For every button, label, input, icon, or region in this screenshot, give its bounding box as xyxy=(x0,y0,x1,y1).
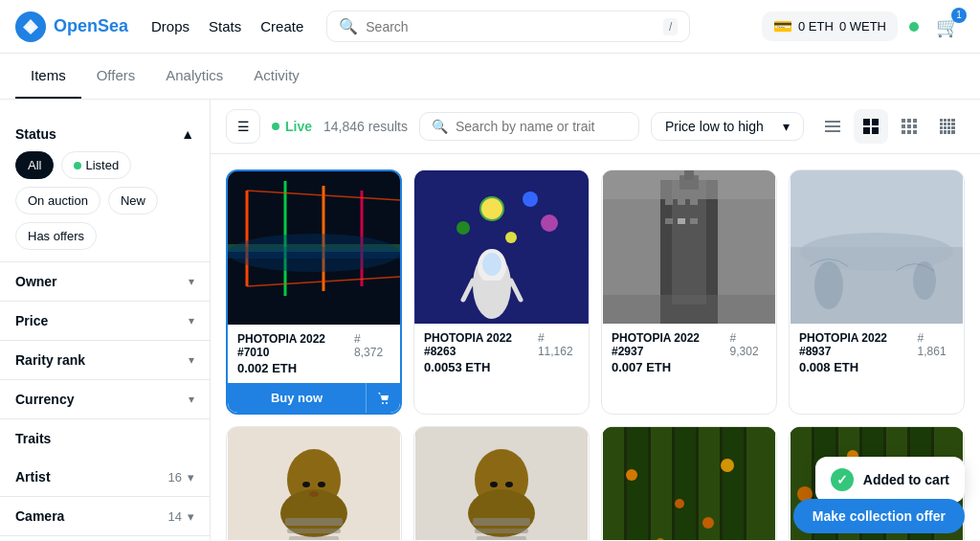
svg-rect-94 xyxy=(603,427,624,540)
svg-point-49 xyxy=(505,232,517,243)
wallet-icon: 💳 xyxy=(773,17,792,35)
sidebar: Status ▲ All Listed On auction New Has o… xyxy=(0,100,211,540)
svg-rect-13 xyxy=(902,130,905,134)
listed-dot-icon xyxy=(74,162,81,169)
card-price-3: 0.008 ETH xyxy=(799,360,954,374)
svg-rect-19 xyxy=(951,119,955,122)
status-offers-button[interactable]: Has offers xyxy=(15,222,97,250)
svg-point-102 xyxy=(675,499,684,508)
global-search[interactable]: 🔍 / xyxy=(326,11,690,42)
nft-card-6[interactable]: PHOTOPIA 2022 xyxy=(601,426,777,540)
filter-icon: ☰ xyxy=(237,119,250,134)
svg-rect-61 xyxy=(665,199,673,205)
search-shortcut: / xyxy=(663,18,678,35)
country-filter[interactable]: Country 9 ▾ xyxy=(0,536,210,540)
svg-point-88 xyxy=(490,482,498,487)
svg-rect-62 xyxy=(678,199,685,205)
nft-card-4[interactable]: PHOTOPIA 2022 xyxy=(226,426,402,540)
view-grid-large-button[interactable] xyxy=(930,109,965,144)
cart-button[interactable]: 🛒 1 xyxy=(930,10,965,44)
svg-point-47 xyxy=(457,221,470,235)
search-input[interactable] xyxy=(366,19,656,34)
filter-toggle-button[interactable]: ☰ xyxy=(226,109,260,144)
card-title-2: PHOTOPIA 2022 #2937 xyxy=(612,331,730,358)
card-image-0 xyxy=(228,171,400,325)
tab-items[interactable]: Items xyxy=(15,54,81,99)
svg-rect-52 xyxy=(480,281,503,309)
svg-rect-9 xyxy=(913,119,917,123)
nft-card-1[interactable]: PHOTOPIA 2022 #8263 # 11,162 0.0053 ETH xyxy=(413,169,590,415)
nft-card-3[interactable]: PHOTOPIA 2022 #8937 # 1,861 0.008 ETH xyxy=(789,169,965,415)
add-to-cart-button-0[interactable] xyxy=(366,383,400,413)
status-all-button[interactable]: All xyxy=(15,151,54,179)
trait-search-input[interactable] xyxy=(456,119,627,134)
collection-offer-button[interactable]: Make collection offer xyxy=(793,499,965,533)
svg-rect-25 xyxy=(944,126,947,129)
svg-rect-7 xyxy=(902,119,905,123)
svg-rect-30 xyxy=(947,130,950,134)
card-image-4 xyxy=(227,427,401,540)
svg-point-43 xyxy=(386,402,388,404)
status-chevron: ▲ xyxy=(181,126,194,142)
svg-rect-27 xyxy=(951,126,955,129)
view-grid-medium-button[interactable] xyxy=(892,109,926,144)
listed-label: Listed xyxy=(85,158,119,172)
status-filter-header[interactable]: Status ▲ xyxy=(15,126,194,142)
owner-filter[interactable]: Owner ▾ xyxy=(0,262,210,302)
svg-rect-82 xyxy=(287,529,341,533)
trait-search-icon: 🔍 xyxy=(432,119,448,134)
status-new-button[interactable]: New xyxy=(108,187,158,214)
trait-search[interactable]: 🔍 xyxy=(419,112,639,141)
status-label: Status xyxy=(15,126,56,142)
status-listed-button[interactable]: Listed xyxy=(61,151,131,179)
card-price-1: 0.0053 ETH xyxy=(424,360,579,374)
nft-card-5[interactable]: PHOTOPIA 2022 xyxy=(413,426,590,540)
traits-filter[interactable]: Traits xyxy=(0,419,210,458)
tab-activity[interactable]: Activity xyxy=(238,54,315,99)
svg-point-105 xyxy=(702,517,714,529)
view-grid-small-button[interactable] xyxy=(854,109,888,144)
rarity-rank-label: Rarity rank xyxy=(15,352,85,368)
svg-rect-99 xyxy=(723,427,744,540)
cart-badge: 1 xyxy=(951,8,967,23)
svg-rect-21 xyxy=(944,123,947,125)
camera-filter[interactable]: Camera 14 ▾ xyxy=(0,497,210,536)
card-buy-bar-0: Buy now xyxy=(228,383,400,413)
nav-drops[interactable]: Drops xyxy=(151,14,189,38)
artist-filter[interactable]: Artist 16 ▾ xyxy=(0,458,210,497)
svg-point-72 xyxy=(814,261,843,309)
tab-analytics[interactable]: Analytics xyxy=(150,54,238,99)
content-toolbar: ☰ Live 14,846 results 🔍 Price low to hig… xyxy=(211,100,980,154)
svg-rect-10 xyxy=(902,124,905,128)
svg-point-48 xyxy=(541,214,558,232)
notification-check-icon: ✓ xyxy=(831,468,854,491)
svg-rect-20 xyxy=(940,123,943,125)
artist-count: 16 xyxy=(168,470,182,485)
nft-card-0[interactable]: PHOTOPIA 2022 #7010 # 8,372 0.002 ETH Bu… xyxy=(226,169,402,415)
price-filter[interactable]: Price ▾ xyxy=(0,302,210,341)
card-price-2: 0.007 ETH xyxy=(612,360,767,374)
nav-stats[interactable]: Stats xyxy=(209,14,241,38)
card-meta-0: PHOTOPIA 2022 #7010 # 8,372 xyxy=(237,332,390,359)
sort-dropdown[interactable]: Price low to high ▾ xyxy=(651,112,804,141)
card-rank-0: # 8,372 xyxy=(354,332,390,359)
rarity-rank-chevron: ▾ xyxy=(189,353,194,367)
logo[interactable]: OpenSea xyxy=(15,11,128,42)
sort-chevron: ▾ xyxy=(783,119,790,134)
svg-rect-6 xyxy=(872,127,879,134)
tab-offers[interactable]: Offers xyxy=(81,54,151,99)
view-list-button[interactable] xyxy=(815,109,850,144)
wallet-button[interactable]: 💳 0 ETH 0 WETH xyxy=(762,11,898,41)
buy-now-button-0[interactable]: Buy now xyxy=(228,383,366,413)
cart-notification: ✓ Added to cart xyxy=(815,457,965,503)
nav-create[interactable]: Create xyxy=(260,14,303,38)
svg-rect-97 xyxy=(675,427,696,540)
rarity-rank-filter[interactable]: Rarity rank ▾ xyxy=(0,341,210,380)
price-chevron: ▾ xyxy=(189,314,194,327)
camera-label: Camera xyxy=(15,508,64,524)
nft-card-2[interactable]: PHOTOPIA 2022 #2937 # 9,302 0.007 ETH xyxy=(601,169,777,415)
status-auction-button[interactable]: On auction xyxy=(15,187,100,214)
currency-filter[interactable]: Currency ▾ xyxy=(0,380,210,419)
svg-rect-67 xyxy=(603,170,775,199)
card-rank-3: # 1,861 xyxy=(918,331,954,358)
